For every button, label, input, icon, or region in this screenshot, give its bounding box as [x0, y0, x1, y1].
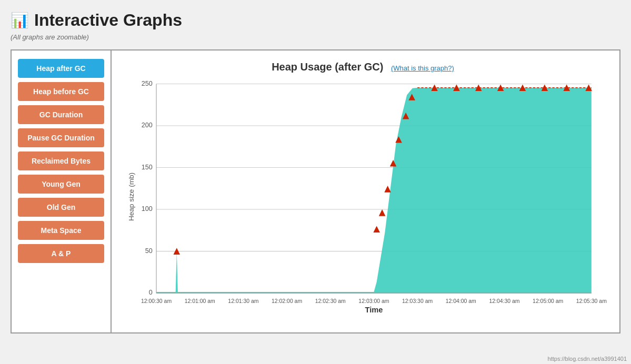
gc-marker-1	[373, 226, 380, 232]
sidebar-btn-5[interactable]: Young Gen	[18, 175, 104, 194]
y-tick-150: 150	[142, 164, 153, 171]
sidebar-btn-3[interactable]: Pause GC Duration	[18, 128, 104, 147]
chart-svg: Heap size (mb) 0 50 100 150 200 250	[117, 78, 609, 315]
y-tick-200: 200	[142, 122, 153, 129]
main-panel: Heap after GCHeap before GCGC DurationPa…	[11, 49, 620, 333]
y-tick-0: 0	[149, 289, 153, 296]
x-axis-label: Time	[365, 306, 383, 314]
sidebar-btn-0[interactable]: Heap after GC	[18, 59, 104, 78]
chart-info-link[interactable]: (What is this graph?)	[391, 64, 454, 72]
x-tick-9: 12:05:00 am	[533, 298, 563, 304]
x-tick-4: 12:02:30 am	[315, 298, 346, 304]
x-tick-8: 12:04:30 am	[489, 298, 519, 304]
area-chart-fill	[156, 88, 592, 293]
gc-marker-3	[384, 186, 391, 193]
gc-marker-2	[379, 209, 386, 216]
x-tick-0: 12:00:30 am	[141, 298, 172, 304]
y-axis-label: Heap size (mb)	[127, 173, 135, 221]
sidebar-btn-7[interactable]: Meta Space	[18, 221, 104, 240]
x-tick-2: 12:01:30 am	[228, 298, 258, 304]
y-tick-50: 50	[145, 247, 153, 255]
sidebar-btn-8[interactable]: A & P	[18, 244, 104, 263]
x-tick-10: 12:05:30 am	[576, 298, 607, 304]
sidebar-btn-4[interactable]: Reclaimed Bytes	[18, 151, 104, 170]
sidebar-btn-2[interactable]: GC Duration	[18, 105, 104, 124]
gc-marker-12	[519, 85, 526, 92]
x-tick-1: 12:01:00 am	[185, 298, 215, 304]
y-tick-250: 250	[142, 80, 153, 87]
chart-title-row: Heap Usage (after GC) (What is this grap…	[117, 61, 609, 73]
y-tick-100: 100	[142, 205, 153, 213]
x-tick-7: 12:04:00 am	[446, 298, 476, 304]
chart-container: Heap size (mb) 0 50 100 150 200 250	[117, 78, 609, 315]
sidebar-btn-6[interactable]: Old Gen	[18, 198, 104, 217]
x-tick-5: 12:03:00 am	[358, 298, 389, 304]
x-tick-6: 12:03:30 am	[402, 298, 433, 304]
page-subtitle: (All graphs are zoomable)	[11, 33, 620, 41]
x-tick-3: 12:02:00 am	[272, 298, 302, 304]
page-title: Interactive Graphs	[34, 11, 182, 30]
chart-area: Heap Usage (after GC) (What is this grap…	[112, 50, 619, 332]
sidebar: Heap after GCHeap before GCGC DurationPa…	[12, 50, 112, 332]
sidebar-btn-1[interactable]: Heap before GC	[18, 82, 104, 101]
bar-chart-icon: 📊	[11, 12, 29, 29]
chart-title: Heap Usage (after GC)	[272, 61, 383, 73]
